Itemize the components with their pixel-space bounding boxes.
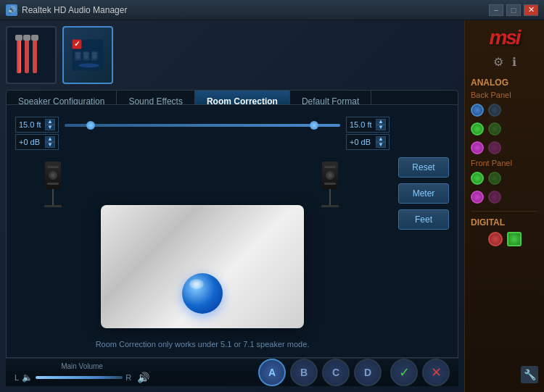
slider-track <box>65 124 340 127</box>
maximize-button[interactable]: □ <box>506 4 521 16</box>
analog-section-label: ANALOG <box>468 78 508 88</box>
right-distance-box: 15.0 ft ▲ ▼ +0 dB ▲ ▼ <box>346 117 390 150</box>
slider-thumb-right[interactable] <box>310 121 318 130</box>
jack-green-front-2[interactable] <box>488 172 501 185</box>
volume-row: L 🔈 R 🔊 <box>15 372 149 383</box>
main-container: ✓ Speaker Configuration <box>0 20 544 392</box>
window-controls: − □ ✕ <box>489 4 538 16</box>
sidebar-divider <box>471 211 537 212</box>
jack-pink-back[interactable] <box>471 141 484 154</box>
svg-point-19 <box>78 63 99 67</box>
digital-jacks <box>482 230 527 248</box>
msi-logo: msi <box>489 26 519 49</box>
right-distance-down[interactable]: ▼ <box>376 125 386 130</box>
dolby-c-button[interactable]: C <box>322 359 350 386</box>
main-volume-slider[interactable] <box>36 376 123 379</box>
stage-visualization <box>15 162 390 328</box>
tab-room-correction[interactable]: Room Correction <box>195 91 290 104</box>
svg-rect-14 <box>83 52 88 54</box>
tab-content-room-correction: 15.0 ft ▲ ▼ +0 dB ▲ ▼ <box>6 105 458 358</box>
jack-green-back[interactable] <box>471 122 484 135</box>
distance-slider[interactable] <box>65 124 340 127</box>
svg-rect-4 <box>15 35 22 41</box>
left-db-display: +0 dB ▲ ▼ <box>15 134 59 150</box>
tab-default-format[interactable]: Default Format <box>290 91 371 104</box>
svg-rect-3 <box>33 37 37 73</box>
correction-note: Room Correction only works under 5.1 or … <box>15 340 390 349</box>
feet-button[interactable]: Feet <box>398 209 449 230</box>
app-title: Realtek HD Audio Manager <box>22 5 489 15</box>
correction-buttons: Reset Meter Feet <box>398 114 449 349</box>
jack-optical-out[interactable] <box>488 232 503 246</box>
digital-section-label: DIGITAL <box>468 217 505 228</box>
left-db-down[interactable]: ▼ <box>45 142 55 148</box>
back-panel-jacks-row1 <box>468 102 541 118</box>
reset-button[interactable]: Reset <box>398 157 449 178</box>
jack-green-front[interactable] <box>471 172 484 185</box>
svg-rect-2 <box>25 37 29 73</box>
svg-text:✓: ✓ <box>74 40 80 48</box>
tab-speaker-configuration[interactable]: Speaker Configuration <box>7 91 117 104</box>
sidebar-top-icons: ⚙ ℹ <box>493 55 516 69</box>
left-speaker-base <box>44 205 62 207</box>
left-distance-box: 15.0 ft ▲ ▼ +0 dB ▲ ▼ <box>15 117 59 150</box>
jack-pink-back-2[interactable] <box>488 141 501 154</box>
content-area: ✓ Speaker Configuration <box>0 20 464 392</box>
dolby-d-button[interactable]: D <box>354 359 382 386</box>
info-icon[interactable]: ℹ <box>512 55 516 69</box>
slider-thumb-left[interactable] <box>86 121 95 130</box>
left-distance-down[interactable]: ▼ <box>45 125 55 130</box>
svg-rect-6 <box>31 35 38 41</box>
right-speaker-cabinet <box>322 162 338 189</box>
bottom-bar: Main Volume L 🔈 R 🔊 A B C D ✓ ✕ <box>6 358 458 386</box>
dolby-b-button[interactable]: B <box>290 359 318 386</box>
jack-coax-in[interactable] <box>507 232 522 246</box>
room-correction-panel: 15.0 ft ▲ ▼ +0 dB ▲ ▼ <box>15 114 449 349</box>
x-button[interactable]: ✕ <box>422 359 450 386</box>
speaker-distance-controls: 15.0 ft ▲ ▼ +0 dB ▲ ▼ <box>15 114 390 153</box>
minimize-button[interactable]: − <box>489 4 503 16</box>
svg-point-15 <box>84 54 88 59</box>
dolby-a-button[interactable]: A <box>258 359 286 386</box>
right-db-down[interactable]: ▼ <box>376 142 386 148</box>
device-speaker[interactable]: ✓ <box>62 26 113 84</box>
advanced-settings-button[interactable]: 🔧 <box>521 366 538 383</box>
right-speaker-stand <box>329 189 331 205</box>
jack-green-back-2[interactable] <box>488 122 501 135</box>
settings-gear-icon[interactable]: ⚙ <box>493 55 503 69</box>
jack-pink-front[interactable] <box>471 191 484 204</box>
front-panel-label: Front Panel <box>468 159 512 167</box>
svg-rect-11 <box>75 52 81 54</box>
volume-icon-high: 🔊 <box>137 372 149 383</box>
right-speaker-driver-bottom <box>324 183 336 185</box>
sidebar-footer: 🔧 <box>468 363 541 386</box>
left-distance-stepper: ▲ ▼ <box>45 119 55 130</box>
volume-section: Main Volume L 🔈 R 🔊 <box>15 362 149 383</box>
right-speaker <box>321 162 339 207</box>
speaker-driver-main <box>49 171 57 180</box>
right-db-display: +0 dB ▲ ▼ <box>346 134 390 150</box>
device-analog-cables[interactable] <box>6 26 57 84</box>
svg-rect-1 <box>17 37 21 73</box>
meter-button[interactable]: Meter <box>398 183 449 204</box>
app-icon: 🔊 <box>6 4 17 16</box>
jack-blue-back-2[interactable] <box>488 104 501 117</box>
svg-rect-5 <box>23 35 30 41</box>
tab-sound-effects[interactable]: Sound Effects <box>117 91 195 104</box>
jack-pink-front-2[interactable] <box>488 191 501 204</box>
speaker-driver-top <box>47 166 59 168</box>
jack-blue-back[interactable] <box>471 104 484 117</box>
listener-position <box>182 273 223 314</box>
back-panel-jacks-row3 <box>468 140 541 156</box>
close-button[interactable]: ✕ <box>524 4 538 16</box>
status-buttons: ✓ ✕ <box>390 359 450 386</box>
titlebar: 🔊 Realtek HD Audio Manager − □ ✕ <box>0 0 544 20</box>
svg-point-12 <box>76 54 81 59</box>
sphere-highlight <box>189 279 204 289</box>
volume-icon-low: 🔈 <box>22 372 33 383</box>
speaker-driver-bottom <box>47 183 59 185</box>
right-distance-display: 15.0 ft ▲ ▼ <box>346 117 390 133</box>
check-button[interactable]: ✓ <box>390 359 418 386</box>
left-speaker-cabinet <box>45 162 61 189</box>
right-db-stepper: ▲ ▼ <box>376 136 386 148</box>
